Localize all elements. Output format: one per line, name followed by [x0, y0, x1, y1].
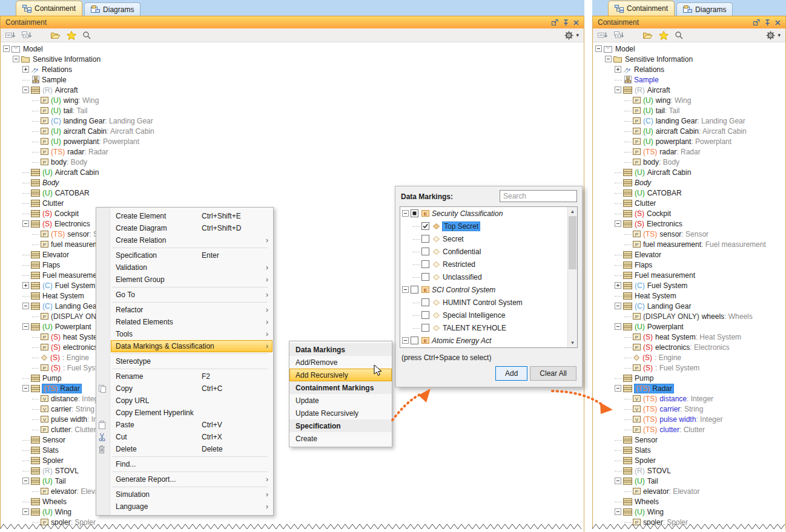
- tree-item-sensitive-information[interactable]: Sensitive Information: [1, 54, 584, 64]
- tree-item-clutter[interactable]: Clutter: [593, 198, 785, 208]
- tree-item-radar[interactable]: P(TS)radar : Radar: [1, 146, 584, 157]
- tree-item-flaps[interactable]: Flaps: [593, 260, 785, 270]
- expand-icon[interactable]: [615, 282, 621, 289]
- tree-item-model[interactable]: Model: [593, 44, 785, 54]
- tree-item-spoler[interactable]: Spoler: [593, 455, 785, 465]
- menu-item-copy-url[interactable]: Copy URL: [111, 395, 272, 407]
- submenu-item-add-remove[interactable]: Add/Remove: [289, 356, 392, 369]
- favorites-star-icon[interactable]: [67, 31, 76, 40]
- menu-item-element-group[interactable]: Element Group›: [111, 274, 272, 286]
- checkbox-part[interactable]: [411, 209, 418, 217]
- tree-item-sensor[interactable]: P(TS)sensor : Sensor: [593, 229, 785, 239]
- tree-item-sensor[interactable]: Sensor: [593, 435, 785, 445]
- clear-all-button[interactable]: Clear All: [530, 366, 576, 381]
- tab-containment[interactable]: Containment: [608, 1, 675, 16]
- tree-item-wheels[interactable]: Wheels: [1, 496, 584, 507]
- menu-item-tools[interactable]: Tools›: [111, 328, 272, 340]
- scrollbar[interactable]: ▲ ▼: [567, 207, 577, 347]
- tree-item-electronics[interactable]: P(S)electronics : Electronics: [593, 342, 785, 352]
- menu-item-stereotype[interactable]: Stereotype: [111, 355, 272, 367]
- quick-search-icon[interactable]: [675, 31, 683, 39]
- menu-item-find[interactable]: Find...: [111, 458, 272, 470]
- collapse-icon[interactable]: [22, 323, 29, 330]
- collapse-icon[interactable]: [22, 478, 29, 484]
- tree-item-aircraft-cabin[interactable]: (U)Aircraft Cabin: [593, 167, 785, 177]
- tree-item-fuel-measurement[interactable]: Pfuel measurement : Fuel measurement: [593, 239, 785, 249]
- submenu-item-create[interactable]: Create: [289, 432, 392, 445]
- checkbox-emp[interactable]: [421, 298, 429, 306]
- tree-item-aircraft-cabin[interactable]: (U)Aircraft Cabin: [1, 167, 584, 177]
- tree-item-powerplant[interactable]: (U)Powerplant: [593, 321, 785, 332]
- marking-row-top-secret[interactable]: Top Secret: [400, 220, 577, 232]
- marking-row-talent-keyhole[interactable]: TALENT KEYHOLE: [400, 321, 577, 334]
- checkbox-emp[interactable]: [411, 286, 418, 294]
- collapse-icon[interactable]: [13, 56, 19, 62]
- tree-item-tail[interactable]: P(U)tail : Tail: [593, 105, 785, 116]
- tree-item-flaps[interactable]: Pflaps : Flaps: [1, 527, 584, 532]
- checkbox-emp[interactable]: [421, 260, 429, 268]
- tree-item-body[interactable]: Body: [593, 177, 785, 188]
- checkbox-chk[interactable]: [421, 222, 429, 230]
- tree-item-pulse-width[interactable]: V(TS)pulse width : Integer: [593, 414, 785, 424]
- menu-item-data-markings-classification[interactable]: Data Markings & Classification›: [111, 340, 272, 352]
- menu-item-go-to[interactable]: Go To›: [111, 289, 272, 301]
- tree-item-stovl[interactable]: (R)STOVL: [1, 465, 584, 476]
- tree-item-cockpit[interactable]: (S)Cockpit: [593, 208, 785, 218]
- menu-item-create-diagram[interactable]: Create DiagramCtrl+Shift+D: [111, 222, 272, 234]
- tree-item-wheels[interactable]: Wheels: [593, 496, 785, 507]
- quick-search-icon[interactable]: [82, 31, 91, 39]
- checkbox-emp[interactable]: [421, 324, 429, 332]
- open-diagram-icon[interactable]: [642, 31, 653, 39]
- dropdown-caret-icon[interactable]: ▾: [778, 32, 781, 38]
- tree-item-aircraft-cabin[interactable]: P(U)aircraft Cabin : Aircraft Cabin: [593, 126, 785, 136]
- submenu-item-add-recursively[interactable]: Add Recursively: [289, 369, 392, 381]
- pin-icon[interactable]: [765, 19, 770, 26]
- open-diagram-icon[interactable]: [50, 31, 61, 39]
- collapse-icon[interactable]: [615, 87, 621, 93]
- collapse-icon[interactable]: [615, 303, 621, 309]
- tree-item-sample[interactable]: Sample: [1, 74, 584, 85]
- tree-item-body[interactable]: Pbody : Body: [1, 157, 584, 167]
- tree-item-wing[interactable]: P(U)wing : Wing: [593, 95, 785, 105]
- menu-item-refactor[interactable]: Refactor›: [111, 304, 272, 316]
- tree-item-model[interactable]: Model: [1, 44, 584, 54]
- tree-item-distance[interactable]: V(TS)distance : Integer: [593, 393, 785, 404]
- favorites-star-icon[interactable]: [659, 31, 669, 40]
- tree-item-sensitive-information[interactable]: Sensitive Information: [593, 54, 785, 64]
- submenu-item-update[interactable]: Update: [289, 394, 392, 407]
- checkbox-emp[interactable]: [421, 273, 429, 281]
- tree-item-fuel-measurement[interactable]: Fuel measurement: [593, 270, 785, 280]
- close-icon[interactable]: [775, 20, 781, 25]
- menu-item-create-relation[interactable]: Create Relation›: [111, 234, 272, 246]
- add-button[interactable]: Add: [495, 366, 527, 381]
- menu-item-rename[interactable]: RenameF2: [111, 370, 272, 383]
- tree-item-powerplant[interactable]: P(U)powerplant : Powerplant: [1, 136, 584, 146]
- scroll-up-icon[interactable]: ▲: [568, 207, 577, 216]
- tree-item-pump[interactable]: Pump: [593, 373, 785, 383]
- tree-item-powerplant[interactable]: P(U)powerplant : Powerplant: [593, 136, 785, 146]
- menu-item-create-element[interactable]: Create ElementCtrl+Shift+E: [111, 210, 272, 222]
- tree-item-tail[interactable]: (U)Tail: [1, 476, 584, 486]
- collapse-icon[interactable]: [22, 220, 29, 227]
- options-gear-icon[interactable]: [766, 31, 775, 40]
- collapse-icon[interactable]: [615, 478, 621, 484]
- collapse-icon[interactable]: [22, 87, 29, 93]
- tree-item-electronics[interactable]: (S)Electronics: [593, 218, 785, 229]
- float-window-icon[interactable]: [552, 19, 558, 26]
- collapse-icon[interactable]: [22, 385, 29, 392]
- tree-item-aircraft-cabin[interactable]: P(U)aircraft Cabin : Aircraft Cabin: [1, 126, 584, 136]
- menu-item-specification[interactable]: SpecificationEnter: [111, 249, 272, 261]
- tree-item-fuel-system[interactable]: P(S) : Fuel System: [593, 363, 785, 373]
- collapse-icon[interactable]: [615, 220, 621, 227]
- collapse-icon[interactable]: [22, 303, 29, 309]
- dropdown-caret-icon[interactable]: ▾: [576, 32, 579, 38]
- marking-row-humint-control-system[interactable]: HUMINT Control System: [400, 296, 577, 309]
- collapse-icon[interactable]: [615, 508, 621, 515]
- marking-row-special-intelligence[interactable]: Special Intelligence: [400, 309, 577, 321]
- tree-item-spoler[interactable]: Pspoler : Spoler: [1, 517, 584, 527]
- collapse-icon[interactable]: [402, 210, 409, 217]
- scroll-down-icon[interactable]: ▼: [568, 338, 577, 347]
- collapse-icon[interactable]: [402, 337, 409, 344]
- collapse-all-icon[interactable]: [5, 31, 16, 39]
- float-window-icon[interactable]: [753, 19, 760, 26]
